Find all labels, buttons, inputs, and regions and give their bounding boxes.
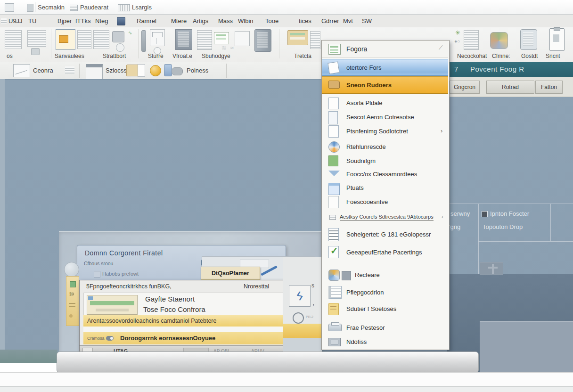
clipboard-icon[interactable] (549, 28, 565, 51)
cabinet-icon[interactable] (175, 29, 192, 50)
spreadsheet-icon (328, 44, 341, 55)
menu-item-12[interactable]: Gdrrer (321, 17, 339, 24)
card-icon[interactable] (214, 32, 229, 44)
grid-hline (447, 204, 573, 204)
menu-item-9[interactable]: Wlbin (238, 17, 254, 24)
ribbon-label-2[interactable]: Strattbort (103, 53, 126, 59)
hamburger-icon[interactable] (1, 18, 7, 24)
title-segment-2: Paudearat (80, 4, 108, 11)
document-icon[interactable] (5, 30, 22, 49)
menu-item[interactable]: Frae Pestesor (322, 321, 448, 334)
menu-item-14[interactable]: SW (362, 17, 372, 24)
menu-item[interactable]: Soheigertet: G 181 eGolopessr (322, 227, 448, 241)
ribbon-right-label-2[interactable]: Gostdt (521, 53, 538, 59)
scroll-icon[interactable] (520, 29, 537, 50)
menu-item[interactable]: Recfeare (322, 268, 448, 282)
menu-item[interactable]: Ptuats (322, 181, 448, 194)
side-panel-mark: s (311, 282, 314, 289)
toggle-icon[interactable] (106, 336, 114, 341)
notes-icon[interactable] (197, 30, 212, 50)
ribbon-label-5[interactable]: Sbuhodgye (202, 53, 230, 59)
blob-icon[interactable] (172, 67, 183, 75)
menu-item-label: Sdutier f Soetoses (346, 305, 396, 312)
menu-item-6[interactable]: Mtere (171, 17, 187, 24)
clipart-icon[interactable] (490, 32, 508, 49)
toolbar-item-0[interactable]: Ceonra (33, 67, 53, 74)
taskbar[interactable] (57, 351, 479, 373)
list-icon[interactable] (310, 31, 320, 49)
menu-item-highlighted-orange[interactable]: Sneon Rudoers (322, 76, 448, 94)
tool-line (69, 303, 75, 304)
ribbon-label-6[interactable]: Tretcta (294, 53, 311, 59)
layout-icon[interactable] (77, 30, 91, 49)
tab-1[interactable]: Rotrad (486, 81, 534, 94)
menu-item[interactable]: Foescooesntve (322, 195, 448, 208)
menu-item-11[interactable]: tices (299, 17, 311, 24)
menu-header[interactable]: Fogora ⟋ (322, 41, 448, 58)
tab-0[interactable]: Gngcron (450, 81, 480, 94)
menu-item-highlighted-blue[interactable]: otertore Fors (322, 59, 448, 76)
menu-item[interactable]: Pfiepgocdrlon (322, 285, 448, 299)
tab-2[interactable]: Fatton (535, 81, 563, 94)
binder-icon[interactable] (254, 29, 271, 52)
menu-item-8[interactable]: Mass (218, 17, 233, 24)
draw-area-icon[interactable] (13, 64, 30, 77)
gear-icon[interactable] (31, 48, 40, 55)
shape-cube-icon[interactable] (112, 31, 124, 42)
menu-item-with-submenu[interactable]: Ptsnfenimg Sodlotctret › (322, 124, 448, 138)
menu-item[interactable]: Ndofiss (322, 335, 448, 348)
lightning-button[interactable]: ϟ (289, 285, 311, 307)
ribbon-label-3[interactable]: Sturre (148, 53, 164, 59)
page-small-icon[interactable] (138, 64, 145, 77)
cylinder-icon[interactable] (164, 64, 172, 76)
ribbon-right-label-1[interactable]: Cfmne: (492, 53, 510, 59)
menu-section-row[interactable]: Aestksy Courels Sdtrescstca 9Abtocarps ‹ (322, 211, 448, 223)
submenu-arrow-icon: › (441, 127, 442, 134)
folder-icon[interactable] (287, 30, 308, 45)
thumbnail[interactable] (87, 295, 138, 315)
selected-template-icon[interactable] (56, 29, 75, 50)
ribbon-right-label-3[interactable]: Sncnt (546, 53, 560, 59)
menu-item-13[interactable]: Mvt (343, 17, 353, 24)
menu-item-3[interactable]: fTTks (75, 17, 91, 24)
ribbon-right-label-0[interactable]: Necockohat (457, 53, 487, 59)
notes-icon[interactable] (464, 30, 479, 50)
menu-item-label: Sneon Rudoers (346, 82, 392, 89)
menu-item[interactable]: Sdutier f Soetoses (322, 302, 448, 316)
slide-icon[interactable] (235, 31, 250, 46)
shape-circle-icon[interactable] (116, 43, 124, 52)
checkbox[interactable] (94, 271, 100, 278)
list-icon[interactable] (93, 30, 109, 49)
ribbon-label-0[interactable]: os (7, 53, 13, 59)
menu-item[interactable]: ✓ GeeapeufErtahe Pacertings (322, 245, 448, 259)
slide-pane-icon[interactable] (86, 64, 103, 80)
notebook-icon (328, 286, 342, 299)
toolbar-item-1[interactable]: Sziocss (106, 67, 127, 74)
menu-item-10[interactable]: Tooe (265, 17, 278, 24)
menu-item-1[interactable]: TU (28, 17, 36, 24)
menu-item[interactable]: Asorla Pldale (322, 96, 448, 110)
lined-document-icon (328, 228, 339, 241)
toolbar-item-2[interactable]: Poiness (187, 67, 208, 74)
menu-item-5[interactable]: Ramrel (137, 17, 156, 24)
circle-tool-icon[interactable] (64, 262, 79, 277)
green-tool-icon[interactable] (70, 281, 76, 287)
menu-item-7[interactable]: Artigs (193, 17, 208, 24)
menu-item[interactable]: Soudnifgm (322, 155, 448, 167)
ribbon-label-1[interactable]: Sanvaulees (55, 53, 84, 59)
menu-item[interactable]: Sescot Aeron Cotresotse (322, 110, 448, 124)
window-flow-icon[interactable] (150, 29, 165, 46)
menu-item-2[interactable]: Bjper (57, 17, 72, 24)
menu-item-0[interactable]: U9JJ (8, 17, 23, 24)
menu-item[interactable]: Rtehlunrescde (322, 139, 448, 154)
menu-item-4[interactable]: Nteg (95, 17, 108, 24)
refresh-color-icon (328, 270, 340, 281)
menu-item[interactable]: Foocc/ox Clessamordtees (322, 168, 448, 180)
table-icon[interactable] (27, 30, 46, 47)
menubar-badge-icon[interactable] (117, 17, 125, 25)
brush-icon[interactable] (141, 30, 146, 52)
sphere-icon[interactable] (150, 65, 161, 76)
align-icon[interactable] (65, 66, 74, 74)
ribbon-label-4[interactable]: Vfroat.e (172, 53, 192, 59)
circle-glyph-icon[interactable] (293, 312, 304, 324)
